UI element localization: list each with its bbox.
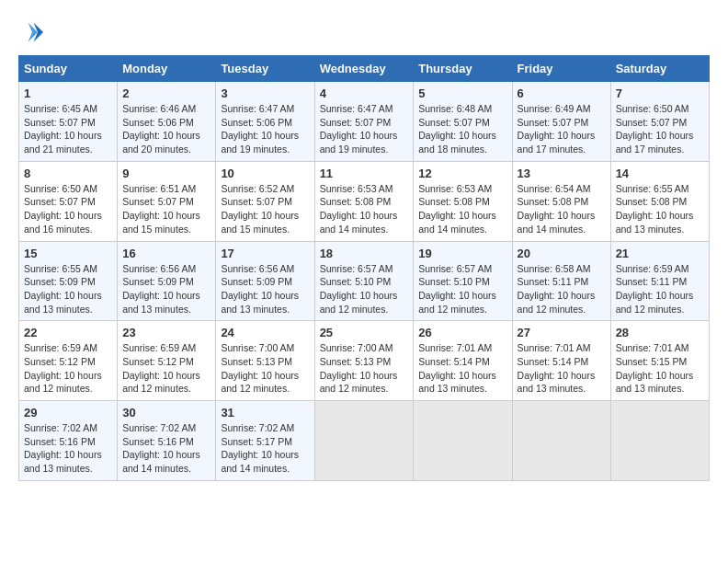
calendar-cell: 30 Sunrise: 7:02 AM Sunset: 5:16 PM Dayl… xyxy=(118,401,216,481)
day-number: 16 xyxy=(122,247,210,260)
day-number: 10 xyxy=(221,167,309,180)
day-info: Sunrise: 7:00 AM Sunset: 5:13 PM Dayligh… xyxy=(320,341,409,396)
calendar-cell: 18 Sunrise: 6:57 AM Sunset: 5:10 PM Dayl… xyxy=(314,241,414,321)
day-info: Sunrise: 6:59 AM Sunset: 5:11 PM Dayligh… xyxy=(616,262,704,316)
day-number: 13 xyxy=(518,167,606,180)
day-number: 21 xyxy=(616,247,704,260)
calendar-cell xyxy=(314,401,414,481)
calendar-cell: 19 Sunrise: 6:57 AM Sunset: 5:10 PM Dayl… xyxy=(414,241,512,321)
day-number: 22 xyxy=(24,326,112,339)
day-info: Sunrise: 6:53 AM Sunset: 5:08 PM Dayligh… xyxy=(418,182,506,236)
day-number: 14 xyxy=(616,167,704,180)
day-info: Sunrise: 7:01 AM Sunset: 5:14 PM Dayligh… xyxy=(418,341,506,396)
calendar-cell: 31 Sunrise: 7:02 AM Sunset: 5:17 PM Dayl… xyxy=(216,401,314,481)
calendar-cell: 25 Sunrise: 7:00 AM Sunset: 5:13 PM Dayl… xyxy=(314,321,414,401)
day-number: 11 xyxy=(320,167,409,180)
day-info: Sunrise: 7:02 AM Sunset: 5:17 PM Dayligh… xyxy=(221,421,309,476)
calendar-cell: 9 Sunrise: 6:51 AM Sunset: 5:07 PM Dayli… xyxy=(118,161,216,241)
day-number: 3 xyxy=(221,86,309,100)
calendar-cell: 20 Sunrise: 6:58 AM Sunset: 5:11 PM Dayl… xyxy=(512,241,610,321)
calendar-week-1: 1 Sunrise: 6:45 AM Sunset: 5:07 PM Dayli… xyxy=(19,82,710,162)
calendar-week-4: 22 Sunrise: 6:59 AM Sunset: 5:12 PM Dayl… xyxy=(19,321,710,401)
day-number: 9 xyxy=(122,167,210,180)
day-number: 25 xyxy=(320,326,409,339)
calendar-cell: 26 Sunrise: 7:01 AM Sunset: 5:14 PM Dayl… xyxy=(414,321,512,401)
header-wednesday: Wednesday xyxy=(314,56,414,82)
day-info: Sunrise: 6:57 AM Sunset: 5:10 PM Dayligh… xyxy=(320,262,409,316)
calendar-cell: 12 Sunrise: 6:53 AM Sunset: 5:08 PM Dayl… xyxy=(414,161,512,241)
calendar-week-3: 15 Sunrise: 6:55 AM Sunset: 5:09 PM Dayl… xyxy=(19,241,710,321)
calendar-cell: 6 Sunrise: 6:49 AM Sunset: 5:07 PM Dayli… xyxy=(512,82,610,162)
calendar-cell: 22 Sunrise: 6:59 AM Sunset: 5:12 PM Dayl… xyxy=(19,321,118,401)
day-number: 31 xyxy=(221,406,309,419)
day-number: 26 xyxy=(418,326,506,339)
day-number: 7 xyxy=(616,86,704,100)
day-info: Sunrise: 7:02 AM Sunset: 5:16 PM Dayligh… xyxy=(122,421,210,476)
calendar-cell: 23 Sunrise: 6:59 AM Sunset: 5:12 PM Dayl… xyxy=(118,321,216,401)
calendar-cell: 17 Sunrise: 6:56 AM Sunset: 5:09 PM Dayl… xyxy=(216,241,314,321)
calendar-cell xyxy=(414,401,512,481)
day-number: 20 xyxy=(518,247,606,260)
day-info: Sunrise: 6:58 AM Sunset: 5:11 PM Dayligh… xyxy=(518,262,606,316)
day-info: Sunrise: 7:01 AM Sunset: 5:14 PM Dayligh… xyxy=(518,341,606,396)
day-info: Sunrise: 6:50 AM Sunset: 5:07 PM Dayligh… xyxy=(24,182,112,236)
calendar-cell xyxy=(512,401,610,481)
day-info: Sunrise: 6:55 AM Sunset: 5:08 PM Dayligh… xyxy=(616,182,704,236)
day-info: Sunrise: 6:57 AM Sunset: 5:10 PM Dayligh… xyxy=(418,262,506,316)
day-info: Sunrise: 7:02 AM Sunset: 5:16 PM Dayligh… xyxy=(24,421,112,476)
calendar-cell xyxy=(610,401,709,481)
day-info: Sunrise: 6:54 AM Sunset: 5:08 PM Dayligh… xyxy=(518,182,606,236)
calendar-cell: 16 Sunrise: 6:56 AM Sunset: 5:09 PM Dayl… xyxy=(118,241,216,321)
day-number: 24 xyxy=(221,326,309,339)
day-number: 29 xyxy=(24,406,112,419)
day-info: Sunrise: 6:56 AM Sunset: 5:09 PM Dayligh… xyxy=(221,262,309,316)
day-number: 18 xyxy=(320,247,409,260)
day-number: 5 xyxy=(418,86,506,100)
calendar-cell: 14 Sunrise: 6:55 AM Sunset: 5:08 PM Dayl… xyxy=(610,161,709,241)
calendar-cell: 2 Sunrise: 6:46 AM Sunset: 5:06 PM Dayli… xyxy=(118,82,216,162)
calendar-cell: 1 Sunrise: 6:45 AM Sunset: 5:07 PM Dayli… xyxy=(19,82,118,162)
calendar-table: SundayMondayTuesdayWednesdayThursdayFrid… xyxy=(18,55,710,481)
calendar-cell: 3 Sunrise: 6:47 AM Sunset: 5:06 PM Dayli… xyxy=(216,82,314,162)
day-info: Sunrise: 7:01 AM Sunset: 5:15 PM Dayligh… xyxy=(616,341,704,396)
header-thursday: Thursday xyxy=(414,56,512,82)
calendar-cell: 11 Sunrise: 6:53 AM Sunset: 5:08 PM Dayl… xyxy=(314,161,414,241)
day-number: 28 xyxy=(616,326,704,339)
calendar-cell: 21 Sunrise: 6:59 AM Sunset: 5:11 PM Dayl… xyxy=(610,241,709,321)
day-info: Sunrise: 6:45 AM Sunset: 5:07 PM Dayligh… xyxy=(24,102,112,156)
calendar-cell: 15 Sunrise: 6:55 AM Sunset: 5:09 PM Dayl… xyxy=(19,241,118,321)
day-info: Sunrise: 6:59 AM Sunset: 5:12 PM Dayligh… xyxy=(122,341,210,396)
header-tuesday: Tuesday xyxy=(216,56,314,82)
day-info: Sunrise: 7:00 AM Sunset: 5:13 PM Dayligh… xyxy=(221,341,309,396)
logo-icon xyxy=(18,18,46,46)
day-info: Sunrise: 6:47 AM Sunset: 5:06 PM Dayligh… xyxy=(221,102,309,156)
calendar-week-5: 29 Sunrise: 7:02 AM Sunset: 5:16 PM Dayl… xyxy=(19,401,710,481)
day-number: 27 xyxy=(518,326,606,339)
calendar-cell: 27 Sunrise: 7:01 AM Sunset: 5:14 PM Dayl… xyxy=(512,321,610,401)
page-header xyxy=(18,18,710,46)
day-info: Sunrise: 6:49 AM Sunset: 5:07 PM Dayligh… xyxy=(518,102,606,156)
calendar-cell: 10 Sunrise: 6:52 AM Sunset: 5:07 PM Dayl… xyxy=(216,161,314,241)
day-number: 12 xyxy=(418,167,506,180)
calendar-cell: 13 Sunrise: 6:54 AM Sunset: 5:08 PM Dayl… xyxy=(512,161,610,241)
day-info: Sunrise: 6:46 AM Sunset: 5:06 PM Dayligh… xyxy=(122,102,210,156)
header-sunday: Sunday xyxy=(19,56,118,82)
day-info: Sunrise: 6:53 AM Sunset: 5:08 PM Dayligh… xyxy=(320,182,409,236)
header-saturday: Saturday xyxy=(610,56,709,82)
day-info: Sunrise: 6:52 AM Sunset: 5:07 PM Dayligh… xyxy=(221,182,309,236)
calendar-header-row: SundayMondayTuesdayWednesdayThursdayFrid… xyxy=(19,56,710,82)
day-info: Sunrise: 6:47 AM Sunset: 5:07 PM Dayligh… xyxy=(320,102,409,156)
calendar-cell: 28 Sunrise: 7:01 AM Sunset: 5:15 PM Dayl… xyxy=(610,321,709,401)
day-info: Sunrise: 6:55 AM Sunset: 5:09 PM Dayligh… xyxy=(24,262,112,316)
day-number: 19 xyxy=(418,247,506,260)
header-friday: Friday xyxy=(512,56,610,82)
day-number: 2 xyxy=(122,86,210,100)
day-number: 17 xyxy=(221,247,309,260)
day-number: 4 xyxy=(320,86,409,100)
logo xyxy=(18,18,50,46)
day-number: 30 xyxy=(122,406,210,419)
day-number: 1 xyxy=(24,86,112,100)
day-info: Sunrise: 6:56 AM Sunset: 5:09 PM Dayligh… xyxy=(122,262,210,316)
day-info: Sunrise: 6:51 AM Sunset: 5:07 PM Dayligh… xyxy=(122,182,210,236)
calendar-cell: 7 Sunrise: 6:50 AM Sunset: 5:07 PM Dayli… xyxy=(610,82,709,162)
